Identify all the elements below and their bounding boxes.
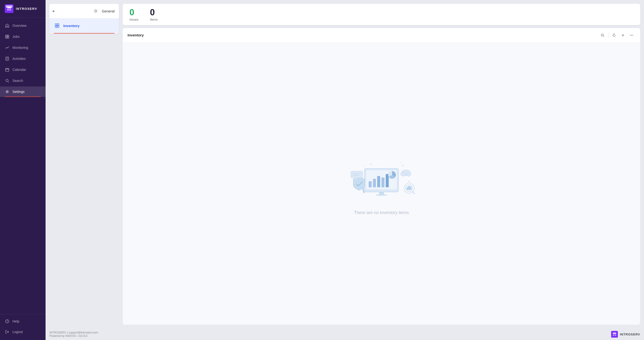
active-underline [54, 33, 114, 33]
search-button[interactable] [599, 31, 606, 39]
sidebar-item-calendar[interactable]: Calendar [0, 64, 46, 75]
nav-items: Overview Jobs Monitoring [0, 19, 46, 314]
general-icon [92, 8, 99, 14]
svg-rect-41 [379, 192, 384, 195]
svg-rect-4 [8, 35, 9, 36]
footer-powered: Powered by NAKIVO. v10.9.0. [50, 334, 88, 338]
svg-rect-24 [55, 26, 57, 27]
svg-text:✦: ✦ [379, 162, 380, 164]
svg-text:✦: ✦ [363, 165, 365, 167]
svg-rect-55 [410, 187, 411, 190]
inventory-empty-state: ✦ ✦ ✦ There are no inventory items [123, 43, 640, 325]
issues-stat: 0 Issues [130, 8, 138, 21]
svg-point-15 [6, 79, 8, 82]
monitoring-icon [5, 45, 10, 50]
refresh-button[interactable] [610, 31, 618, 39]
svg-rect-37 [377, 176, 380, 187]
svg-rect-3 [6, 35, 7, 36]
svg-rect-66 [615, 335, 616, 336]
inventory-icon [54, 22, 60, 29]
left-panel: ▶ General [50, 4, 119, 325]
main-content: ▶ General [46, 0, 644, 340]
svg-point-58 [402, 165, 403, 166]
svg-point-57 [370, 164, 372, 165]
sidebar-item-monitoring-label: Monitoring [12, 46, 28, 50]
svg-line-27 [603, 36, 604, 37]
sidebar-item-search-label: Search [12, 79, 23, 83]
settings-icon [5, 89, 10, 94]
sidebar-item-help-label: Help [12, 320, 20, 323]
sidebar-item-search[interactable]: Search [0, 75, 46, 86]
stats-card: 0 Issues 0 Items [123, 4, 640, 25]
right-panel: 0 Issues 0 Items Inventory [123, 4, 640, 325]
sidebar: INTROSERV Overview Jobs [0, 0, 46, 340]
add-button[interactable] [619, 31, 627, 39]
jobs-icon [5, 34, 10, 39]
svg-point-31 [631, 35, 632, 35]
search-icon [5, 78, 10, 83]
sidebar-item-activities-label: Activities [12, 57, 26, 61]
items-label: Items [150, 18, 158, 21]
svg-rect-1 [7, 9, 9, 10]
svg-point-50 [407, 173, 411, 176]
footer-left: INTROSERV | support@introserv.com Powere… [50, 331, 98, 338]
issues-count: 0 [130, 8, 134, 17]
inventory-header: Inventory [123, 28, 640, 43]
svg-line-56 [413, 191, 415, 194]
sidebar-item-logout-label: Logout [12, 330, 23, 334]
svg-point-26 [601, 34, 604, 36]
logo: INTROSERV [0, 0, 46, 17]
svg-rect-23 [57, 24, 59, 25]
svg-rect-43 [351, 171, 363, 178]
sidebar-item-settings-label: Settings [12, 90, 25, 94]
chevron-icon: ▶ [53, 9, 55, 13]
empty-illustration: ✦ ✦ ✦ [343, 152, 420, 204]
footer-logo-text: INTROSERV [620, 333, 640, 336]
empty-message: There are no inventory items [354, 210, 409, 215]
activities-icon [5, 56, 10, 61]
svg-point-49 [401, 172, 406, 176]
svg-rect-36 [373, 179, 376, 187]
svg-rect-6 [8, 37, 9, 38]
more-button[interactable] [628, 31, 635, 39]
logout-icon [5, 330, 10, 334]
footer: INTROSERV | support@introserv.com Powere… [46, 329, 644, 340]
logo-text: INTROSERV [16, 7, 37, 10]
inventory-menu-item[interactable]: Inventory [50, 18, 119, 33]
sidebar-item-jobs-label: Jobs [12, 35, 20, 38]
svg-rect-39 [386, 174, 389, 187]
sidebar-item-help[interactable]: ? Help [0, 316, 46, 327]
svg-rect-22 [55, 24, 57, 25]
logo-icon [5, 4, 14, 13]
sidebar-item-activities[interactable]: Activities [0, 53, 46, 64]
svg-rect-53 [407, 187, 408, 190]
sidebar-item-logout[interactable]: Logout [0, 327, 46, 337]
sidebar-item-jobs[interactable]: Jobs [0, 31, 46, 42]
svg-line-16 [8, 81, 9, 82]
svg-rect-42 [376, 195, 387, 196]
svg-point-60 [408, 181, 410, 182]
header-actions [599, 31, 635, 39]
items-count: 0 [150, 8, 155, 17]
svg-rect-54 [408, 186, 410, 190]
general-menu-item[interactable]: ▶ General [50, 4, 119, 18]
svg-rect-38 [382, 178, 384, 187]
svg-point-30 [630, 35, 631, 35]
general-menu-label: General [102, 9, 114, 13]
footer-logo: INTROSERV [611, 331, 640, 338]
issues-label: Issues [130, 18, 138, 21]
sidebar-item-monitoring[interactable]: Monitoring [0, 42, 46, 53]
svg-text:✦: ✦ [400, 162, 401, 164]
sidebar-item-settings[interactable]: Settings [0, 86, 46, 97]
sidebar-item-overview[interactable]: Overview [0, 20, 46, 31]
svg-rect-11 [6, 68, 9, 71]
inventory-title: Inventory [128, 33, 596, 37]
svg-point-32 [632, 35, 633, 35]
svg-rect-64 [613, 333, 616, 334]
calendar-icon [5, 67, 10, 72]
inventory-card: Inventory [123, 28, 640, 325]
svg-rect-65 [613, 335, 614, 336]
sidebar-item-overview-label: Overview [12, 24, 26, 27]
svg-point-17 [6, 91, 8, 92]
items-stat: 0 Items [150, 8, 158, 21]
